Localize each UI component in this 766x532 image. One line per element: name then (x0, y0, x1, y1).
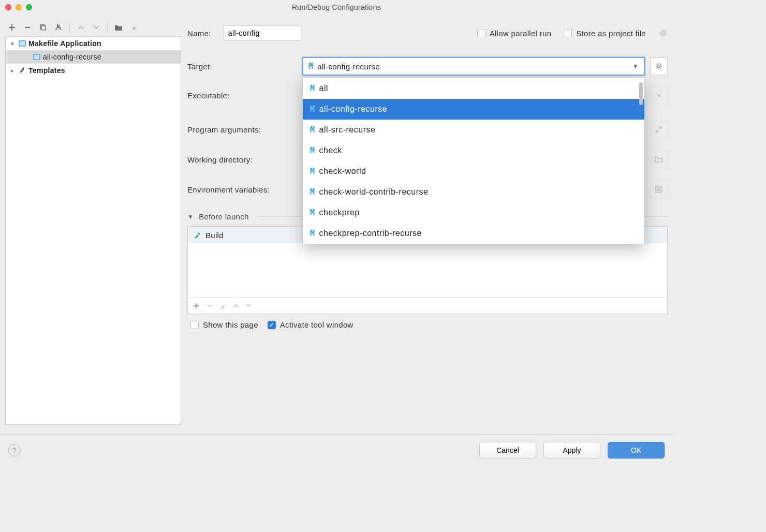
name-label: Name: (187, 29, 211, 38)
name-row: Name: Allow parallel run Store as projec… (187, 21, 668, 46)
copy-config-button[interactable] (38, 23, 48, 32)
make-target-icon: M (310, 229, 315, 238)
add-config-button[interactable] (7, 23, 17, 32)
checkbox-label: Show this page (203, 320, 258, 329)
tree-group-makefile-application[interactable]: ▾ Makefile Application (6, 37, 181, 50)
bl-move-up-button[interactable] (233, 304, 239, 307)
environment-variables-label: Environment variables: (187, 185, 312, 194)
target-settings-button[interactable] (650, 57, 668, 75)
env-vars-list-button[interactable] (650, 181, 668, 198)
dialog-footer: ? Cancel Apply OK (0, 434, 673, 466)
target-option-label: checkprep (319, 208, 360, 217)
move-down-button[interactable] (92, 23, 101, 32)
chevron-down-icon: ▼ (187, 213, 194, 220)
target-option-label: all (319, 84, 329, 93)
make-target-icon: M (310, 125, 315, 135)
name-input[interactable] (224, 25, 301, 41)
tree-item-all-config-recurse[interactable]: all-config-recurse (6, 50, 181, 64)
remove-config-button[interactable] (23, 23, 32, 32)
make-target-icon: M (310, 187, 315, 197)
chevron-right-icon: ▸ (9, 67, 16, 74)
bl-remove-button[interactable] (207, 303, 213, 309)
target-option[interactable]: Mcheck-world (303, 161, 644, 182)
apply-button[interactable]: Apply (543, 442, 600, 459)
working-directory-label: Working directory: (187, 155, 296, 164)
makefile-app-icon (18, 39, 26, 48)
target-option[interactable]: Mcheck (303, 140, 644, 161)
executable-label: Executable: (187, 91, 296, 100)
target-option-label: check-world (319, 167, 366, 176)
move-up-button[interactable] (76, 23, 85, 32)
svg-point-8 (657, 65, 660, 67)
browse-folder-button[interactable] (650, 151, 668, 168)
chevron-down-icon: ▾ (9, 40, 16, 47)
bl-add-button[interactable] (193, 303, 199, 309)
toolbar-separator (107, 23, 108, 32)
before-launch-item-label: Build (205, 231, 224, 240)
target-option[interactable]: Mall-config-recurse (303, 99, 644, 120)
checkbox-label: Store as project file (576, 29, 646, 38)
target-option[interactable]: Mcheckprep-contrib-recurse (303, 223, 644, 244)
bl-edit-button[interactable] (220, 303, 226, 309)
target-option[interactable]: Mcheck-world-contrib-recurse (303, 182, 644, 202)
make-target-icon: M (310, 146, 315, 155)
edit-templates-button[interactable] (54, 23, 63, 32)
svg-rect-6 (34, 55, 39, 59)
tree-group-templates[interactable]: ▸ Templates (6, 64, 181, 77)
target-combo-value: all-config-recurse (317, 62, 379, 71)
show-this-page-checkbox[interactable]: Show this page (190, 320, 258, 329)
before-launch-label: Before launch (199, 212, 248, 221)
config-tree[interactable]: ▾ Makefile Application all-config-recurs… (5, 36, 181, 425)
bottom-checkboxes: Show this page ✓ Activate tool window (187, 314, 668, 329)
checkbox-label: Activate tool window (280, 320, 353, 329)
target-combo[interactable]: M all-config-recurse ▼ (302, 57, 645, 76)
bl-move-down-button[interactable] (246, 304, 251, 307)
target-option-label: checkprep-contrib-recurse (319, 229, 422, 238)
checkbox-label: Allow parallel run (490, 29, 552, 38)
config-form-panel: Name: Allow parallel run Store as projec… (187, 21, 668, 425)
svg-point-2 (58, 27, 59, 28)
expand-args-button[interactable] (650, 121, 668, 138)
target-row: Target: M all-config-recurse ▼ Mall Ma (187, 54, 668, 79)
checkbox-box (190, 321, 199, 329)
gear-icon[interactable] (658, 28, 668, 38)
chevron-down-icon: ▼ (632, 63, 639, 70)
target-option-label: check (319, 146, 342, 155)
ok-button[interactable]: OK (608, 442, 665, 459)
cancel-button[interactable]: Cancel (479, 442, 536, 459)
tree-item-label: all-config-recurse (43, 53, 101, 61)
checkbox-box (564, 29, 572, 37)
dropdown-scrollbar[interactable] (639, 82, 643, 105)
tree-group-label: Templates (28, 66, 65, 75)
target-option-label: all-config-recurse (319, 105, 388, 114)
activate-tool-window-checkbox[interactable]: ✓ Activate tool window (268, 320, 353, 329)
target-label: Target: (187, 62, 296, 71)
make-target-icon: M (310, 167, 315, 176)
toolbar-overflow-button[interactable]: » (129, 23, 139, 32)
target-option[interactable]: Mall-src-recurse (303, 120, 644, 140)
svg-point-7 (661, 32, 665, 35)
target-option[interactable]: Mcheckprep (303, 202, 644, 223)
help-button[interactable]: ? (8, 444, 21, 456)
dialog-body: » ▾ Makefile Application all-config-recu… (0, 14, 673, 425)
executable-dropdown-button[interactable] (650, 86, 668, 104)
make-target-icon: M (310, 105, 315, 114)
store-as-project-file-checkbox[interactable]: Store as project file (564, 29, 646, 38)
config-list-panel: » ▾ Makefile Application all-config-recu… (5, 21, 181, 425)
makefile-app-icon (33, 53, 41, 61)
svg-rect-1 (41, 26, 46, 30)
checkbox-box (477, 29, 485, 37)
before-launch-toolbar (188, 297, 667, 314)
wrench-icon (18, 66, 26, 75)
target-option[interactable]: Mall (303, 78, 644, 99)
target-dropdown[interactable]: Mall Mall-config-recurse Mall-src-recurs… (302, 78, 645, 244)
tree-group-label: Makefile Application (28, 39, 101, 48)
program-arguments-label: Program arguments: (187, 125, 296, 134)
make-target-icon: M (308, 62, 313, 71)
target-option-label: check-world-contrib-recurse (319, 187, 429, 197)
allow-parallel-run-checkbox[interactable]: Allow parallel run (477, 29, 552, 38)
svg-rect-4 (20, 41, 25, 46)
folder-button[interactable] (114, 23, 123, 32)
checkbox-box: ✓ (268, 321, 276, 329)
make-target-icon: M (310, 84, 315, 93)
